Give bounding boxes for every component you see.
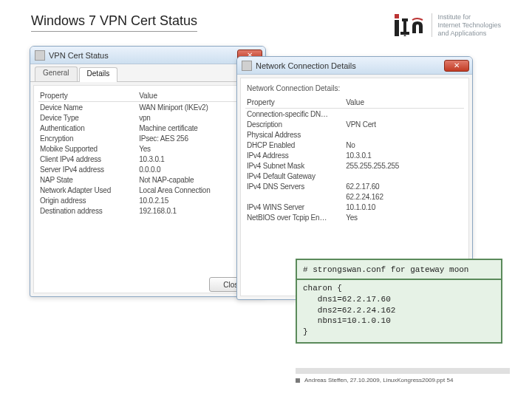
table-row[interactable]: NetBIOS over Tcpip En…Yes [245, 212, 464, 222]
col-value: Value [346, 98, 464, 106]
property-cell: Authentication [38, 124, 139, 132]
table-row[interactable]: IPv4 DNS Servers62.2.17.60 [245, 181, 464, 191]
property-cell: Connection-specific DN… [245, 110, 346, 118]
conf-body: charon { dns1=62.2.17.60 dns2=62.2.24.16… [303, 284, 395, 336]
table-row[interactable]: Physical Address [245, 129, 464, 140]
col-property: Property [38, 92, 139, 100]
value-cell: 10.3.0.1 [346, 151, 464, 160]
property-cell: Client IPv4 address [38, 155, 139, 163]
property-cell: IPv4 Address [245, 151, 346, 160]
grid-header: Property Value [245, 97, 464, 109]
details-pane: Property Value Device NameWAN Miniport (… [33, 85, 262, 293]
value-cell [346, 172, 464, 180]
property-cell: Encryption [38, 134, 139, 143]
slide-title: Windows 7 VPN Cert Status [31, 13, 197, 32]
table-row[interactable]: Network Adapter UsedLocal Area Connectio… [38, 185, 257, 195]
svg-rect-0 [395, 20, 399, 36]
table-row[interactable]: IPv4 Default Gateway [245, 171, 464, 181]
col-property: Property [245, 98, 346, 106]
table-row[interactable]: Device NameWAN Miniport (IKEv2) [38, 102, 257, 112]
app-icon [35, 50, 45, 61]
property-rows: Connection-specific DN…DescriptionVPN Ce… [245, 109, 464, 222]
conf-header: # strongswan.conf for gateway moon [303, 265, 468, 274]
grid-header: Property Value [38, 90, 257, 102]
property-cell: IPv4 DNS Servers [245, 183, 346, 191]
property-cell: IPv4 WINS Server [245, 203, 346, 211]
value-cell: No [346, 141, 464, 149]
property-rows: Device NameWAN Miniport (IKEv2)Device Ty… [38, 102, 257, 216]
table-row[interactable]: Connection-specific DN… [245, 109, 464, 119]
value-cell: 255.255.255.255 [346, 162, 464, 170]
table-row[interactable]: IPv4 Address10.3.0.1 [245, 150, 464, 160]
strongswan-conf: # strongswan.conf for gateway moon charo… [296, 259, 502, 344]
value-cell: 62.2.24.162 [346, 193, 464, 201]
value-cell: 62.2.17.60 [346, 183, 464, 191]
table-row[interactable]: Device Typevpn [38, 112, 257, 123]
property-cell: Device Type [38, 114, 139, 122]
property-cell: Destination address [38, 207, 139, 215]
footer-text: Andreas Steffen, 27.10.2009, LinuxKongre… [304, 377, 453, 383]
property-cell: Origin address [38, 197, 139, 205]
logo-text: Institute for Internet Technologies and … [432, 13, 501, 37]
property-cell: DHCP Enabled [245, 141, 346, 149]
value-cell [346, 110, 464, 118]
property-cell: Physical Address [245, 131, 346, 139]
close-icon[interactable]: ✕ [444, 60, 469, 72]
property-cell: IPv4 Default Gateway [245, 172, 346, 180]
tab-details[interactable]: Details [79, 67, 118, 82]
divider [297, 279, 501, 280]
table-row[interactable]: DescriptionVPN Cert [245, 119, 464, 129]
property-cell [245, 193, 346, 201]
logo-mark-icon [395, 14, 426, 36]
titlebar[interactable]: Network Connection Details ✕ [237, 57, 472, 75]
tabs: General Details [30, 64, 265, 82]
value-cell: Yes [346, 214, 464, 222]
property-cell: Mobike Supported [38, 145, 139, 153]
value-cell: 10.1.0.10 [346, 203, 464, 211]
window-title: Network Connection Details [256, 61, 444, 70]
table-row[interactable]: Client IPv4 address10.3.0.1 [38, 154, 257, 164]
property-cell: NetBIOS over Tcpip En… [245, 214, 346, 222]
table-row[interactable]: Destination address192.168.0.1 [38, 205, 257, 216]
table-row[interactable]: Mobike SupportedYes [38, 143, 257, 154]
value-cell [346, 131, 464, 139]
table-row[interactable]: DHCP EnabledNo [245, 140, 464, 150]
slide-footer: Andreas Steffen, 27.10.2009, LinuxKongre… [296, 368, 510, 383]
table-row[interactable]: 62.2.24.162 [245, 191, 464, 202]
slide-header: Windows 7 VPN Cert Status Institute for … [0, 0, 532, 41]
property-cell: NAP State [38, 176, 139, 184]
table-row[interactable]: IPv4 Subnet Mask255.255.255.255 [245, 160, 464, 171]
table-row[interactable]: NAP StateNot NAP-capable [38, 174, 257, 185]
table-row[interactable]: EncryptionIPsec: AES 256 [38, 133, 257, 143]
table-row[interactable]: Origin address10.0.2.15 [38, 195, 257, 205]
table-row[interactable]: AuthenticationMachine certificate [38, 123, 257, 133]
logo: Institute for Internet Technologies and … [395, 13, 501, 37]
property-cell: Network Adapter Used [38, 186, 139, 194]
titlebar[interactable]: VPN Cert Status ✕ [30, 47, 265, 64]
tab-general[interactable]: General [35, 66, 78, 81]
pane-subtitle: Network Connection Details: [247, 84, 464, 92]
window-title: VPN Cert Status [49, 51, 237, 60]
property-cell: Server IPv4 address [38, 166, 139, 174]
vpn-status-window: VPN Cert Status ✕ General Details Proper… [30, 46, 266, 297]
table-row[interactable]: IPv4 WINS Server10.1.0.10 [245, 202, 464, 212]
value-cell: VPN Cert [346, 120, 464, 129]
property-cell: Device Name [38, 103, 139, 112]
property-cell: IPv4 Subnet Mask [245, 162, 346, 170]
property-cell: Description [245, 120, 346, 129]
bullet-icon [296, 378, 300, 383]
svg-rect-1 [395, 14, 399, 18]
app-icon [242, 61, 252, 71]
table-row[interactable]: Server IPv4 address0.0.0.0 [38, 164, 257, 174]
